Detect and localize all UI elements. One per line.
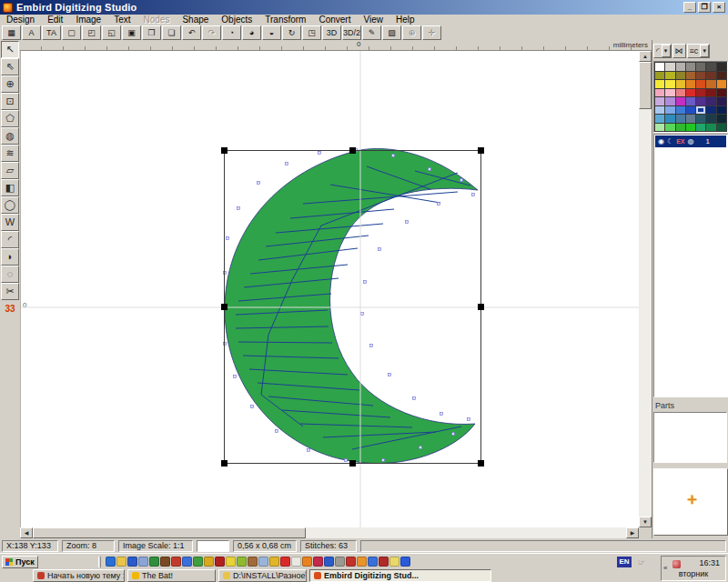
- color-swatch[interactable]: [696, 72, 705, 80]
- red-badge-icon[interactable]: [171, 557, 181, 567]
- center-cross-button[interactable]: ✛: [422, 25, 441, 40]
- image[interactable]: Image: [69, 15, 107, 25]
- pear-icon[interactable]: [237, 557, 247, 567]
- density-gauge-button[interactable]: ◔: [222, 25, 241, 40]
- color-swatch[interactable]: [665, 63, 674, 71]
- image-button[interactable]: ▨: [382, 25, 401, 40]
- color-swatch[interactable]: [706, 106, 715, 115]
- view-3d-20-button[interactable]: 3D/20: [342, 25, 361, 40]
- color-swatch[interactable]: [665, 115, 674, 123]
- tools-icon[interactable]: [248, 557, 258, 567]
- minimize-button[interactable]: _: [683, 2, 696, 13]
- color-swatch[interactable]: [696, 124, 705, 132]
- color-swatch[interactable]: [717, 106, 726, 115]
- color-swatch[interactable]: [665, 97, 674, 105]
- excel-icon[interactable]: [149, 557, 159, 567]
- color-swatch[interactable]: [655, 106, 664, 115]
- hoop-window-button[interactable]: ◳: [302, 25, 321, 40]
- convert[interactable]: Convert: [312, 15, 357, 25]
- horizontal-scroll-thumb[interactable]: [33, 527, 306, 538]
- help[interactable]: Help: [389, 15, 421, 25]
- color-swatch[interactable]: [686, 106, 695, 115]
- color-swatch[interactable]: [717, 124, 726, 132]
- fill-hole-mode-tool[interactable]: ◍: [1, 127, 19, 145]
- inactive-mode-tool[interactable]: ◌: [1, 266, 19, 283]
- design-canvas[interactable]: 0: [20, 51, 639, 527]
- outline-mode-tool[interactable]: ▱: [1, 162, 19, 179]
- selection-handle[interactable]: [221, 460, 228, 467]
- edit[interactable]: Edit: [41, 15, 69, 25]
- color-swatch[interactable]: [717, 89, 726, 97]
- gray-app-icon[interactable]: [335, 557, 345, 567]
- selection-handle[interactable]: [478, 460, 484, 467]
- design-browser-button[interactable]: ▦: [2, 25, 21, 40]
- color-swatch[interactable]: [686, 72, 695, 80]
- design[interactable]: Design: [0, 15, 41, 25]
- selection-handle[interactable]: [478, 147, 484, 154]
- color-swatch[interactable]: [676, 106, 685, 115]
- color-swatch[interactable]: [665, 80, 674, 88]
- color-swatch[interactable]: [665, 124, 674, 132]
- color-swatch[interactable]: [676, 124, 685, 132]
- color-swatch[interactable]: [696, 115, 705, 123]
- color-swatch[interactable]: [686, 124, 695, 132]
- shape-mode-tool[interactable]: ◯: [1, 196, 19, 214]
- object-list-selected-row[interactable]: ◉ ☾ EX ◍ 1: [655, 135, 726, 147]
- thread-spool-button[interactable]: ⋈: [672, 44, 686, 58]
- color-swatch[interactable]: [676, 89, 685, 97]
- column-mode-tool[interactable]: ◧: [1, 179, 19, 196]
- horizontal-scrollbar[interactable]: ◀ ▶: [20, 527, 639, 538]
- color-swatch[interactable]: [706, 97, 715, 105]
- blue-lines-icon[interactable]: [368, 557, 378, 567]
- undo-button[interactable]: ↶: [182, 25, 201, 40]
- language-indicator[interactable]: EN: [617, 557, 632, 567]
- plant-icon[interactable]: [193, 557, 203, 567]
- red-b-icon[interactable]: [346, 557, 356, 567]
- shape[interactable]: Shape: [176, 15, 215, 25]
- object-list[interactable]: ◉ ☾ EX ◍ 1: [653, 134, 728, 397]
- color-swatch[interactable]: [676, 115, 685, 123]
- scroll-right-button[interactable]: ▶: [626, 527, 639, 538]
- text-transform-button[interactable]: TA: [42, 25, 61, 40]
- scroll-left-button[interactable]: ◀: [20, 527, 33, 538]
- manual-stitch-mode-tool[interactable]: W: [1, 214, 19, 231]
- color-swatch[interactable]: [686, 80, 695, 88]
- view[interactable]: View: [357, 15, 389, 25]
- color-swatch[interactable]: [686, 89, 695, 97]
- diamond-icon[interactable]: [258, 557, 268, 567]
- color-swatch[interactable]: [706, 115, 715, 123]
- folder-icon[interactable]: [116, 557, 126, 567]
- paste-button[interactable]: ❏: [162, 25, 181, 40]
- add-stitch-button[interactable]: ⊕: [402, 25, 421, 40]
- color-swatch[interactable]: [665, 72, 674, 80]
- selection-handle[interactable]: [221, 147, 228, 154]
- selection-handle[interactable]: [221, 304, 228, 310]
- new-design-button[interactable]: ▢: [62, 25, 81, 40]
- restore-button[interactable]: ❐: [698, 2, 711, 13]
- pencil-icon[interactable]: [269, 557, 279, 567]
- view-3d-button[interactable]: 3D: [322, 25, 341, 40]
- vertical-scrollbar[interactable]: ▲ ▼: [639, 51, 652, 527]
- task-button[interactable]: D:\INSTALL\Разное\Embird: [218, 569, 307, 582]
- compensation-gauge-button[interactable]: ◕: [242, 25, 261, 40]
- color-swatch[interactable]: [655, 72, 664, 80]
- zoom-1-1-tool[interactable]: ⊡: [1, 93, 19, 110]
- chevron-down-icon[interactable]: ▼: [662, 45, 671, 57]
- color-swatch[interactable]: [655, 124, 664, 132]
- page-icon[interactable]: [389, 557, 399, 567]
- task-button[interactable]: Начать новую тему :: B...: [33, 569, 125, 582]
- redo-button[interactable]: ↷: [202, 25, 221, 40]
- color-swatch[interactable]: [655, 89, 664, 97]
- curve-style-dropdown[interactable]: ◜ ▼: [653, 44, 672, 58]
- selection-handle[interactable]: [349, 460, 356, 467]
- globe-icon[interactable]: [182, 557, 192, 567]
- bulb-icon[interactable]: [226, 557, 236, 567]
- word-icon[interactable]: [127, 557, 137, 567]
- scroll-up-button[interactable]: ▲: [639, 51, 652, 62]
- red-star-icon[interactable]: [280, 557, 290, 567]
- zoom-in-tool[interactable]: ⊕: [1, 75, 19, 93]
- color-swatch[interactable]: [696, 89, 705, 97]
- color-swatch[interactable]: [717, 80, 726, 88]
- copy-button[interactable]: ❐: [142, 25, 161, 40]
- sfumato-mode-tool[interactable]: ≋: [1, 145, 19, 162]
